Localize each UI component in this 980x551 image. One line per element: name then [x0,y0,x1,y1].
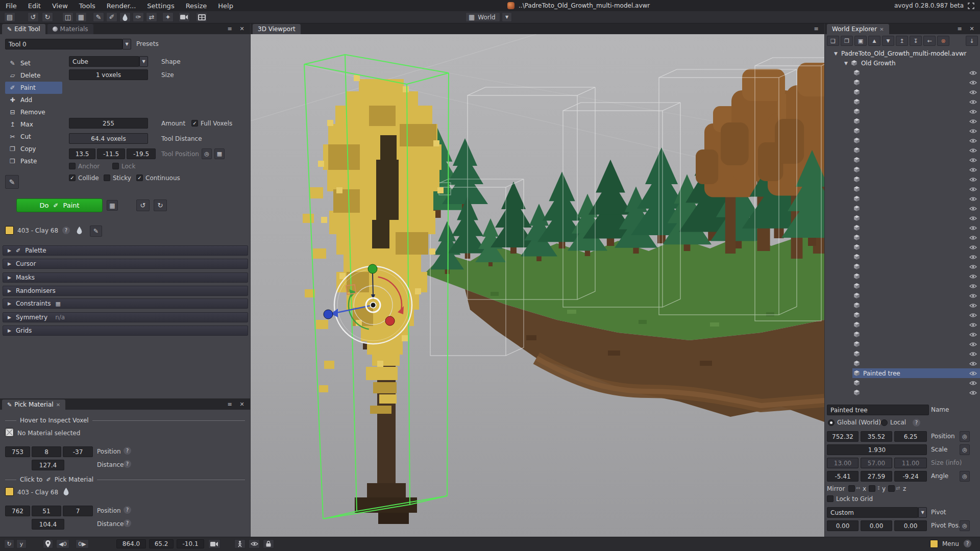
save-button[interactable]: ▤ [4,12,15,22]
explorer-group-row[interactable]: ▼ Old Growth [825,58,980,68]
explorer-item[interactable] [825,213,980,223]
mirror-z-checkbox[interactable] [888,485,895,492]
help-icon[interactable]: ? [964,540,971,547]
explorer-item[interactable] [825,116,980,126]
camera-button[interactable] [179,12,190,22]
split-view-button[interactable]: ◫ [62,12,74,22]
help-icon[interactable]: ? [124,506,131,514]
tab-world-explorer[interactable]: World Explorer ✕ [827,24,889,34]
explorer-item[interactable] [825,378,980,388]
picked-material-swatch[interactable] [5,487,14,496]
swap-tool-button[interactable]: ⇄ [146,12,157,22]
explorer-item[interactable] [825,204,980,213]
explorer-unparent-button[interactable]: ← [923,36,936,46]
grid-view-button[interactable]: ▦ [76,12,87,22]
explorer-item[interactable] [825,233,980,242]
axis-toggle-button[interactable]: y [16,539,27,548]
object-name-input[interactable]: Painted tree [827,405,929,415]
explorer-item[interactable] [825,78,980,87]
explorer-item[interactable] [825,320,980,330]
explorer-move-bottom-button[interactable]: ↧ [910,36,922,46]
visibility-eye-icon[interactable] [969,90,977,95]
walk-mode-button[interactable] [234,539,246,548]
position-y-field[interactable]: 35.52 [861,431,892,442]
explorer-move-up-button[interactable]: ▲ [868,36,880,46]
panel-close-icon[interactable]: ✕ [238,400,246,408]
visibility-eye-icon[interactable] [969,245,977,250]
visibility-eye-icon[interactable] [969,293,977,298]
section-grids[interactable]: ▶ Grids [3,325,248,336]
scale-keyframe-button[interactable]: ◎ [960,444,970,455]
explorer-item[interactable] [825,359,980,368]
panel-menu-icon[interactable]: ≡ [226,24,234,33]
explorer-item[interactable] [825,242,980,252]
visibility-eye-icon[interactable] [969,381,977,386]
droplet-icon[interactable] [77,227,82,234]
world-selector[interactable]: ▦ World [465,12,500,22]
visibility-eye-icon[interactable] [969,80,977,85]
visibility-eye-icon[interactable] [969,167,977,172]
explorer-item[interactable] [825,388,980,397]
lock-checkbox[interactable] [112,163,119,169]
continuous-checkbox[interactable]: ✓ [136,174,143,181]
pivot-dropdown-button[interactable]: ▼ [918,507,927,518]
palette-grid-button[interactable]: ▦ [107,200,118,211]
position-keyframe-button[interactable]: ◎ [960,431,970,442]
pivot-y-field[interactable]: 0.00 [861,520,892,531]
lock-to-grid-checkbox[interactable] [827,495,834,502]
tab-edit-tool[interactable]: ✎ Edit Tool [2,24,45,34]
undo-button[interactable]: ↺ [28,12,39,22]
gizmo-x-handle[interactable] [324,310,333,319]
visibility-eye-icon[interactable] [969,255,977,260]
current-material-swatch[interactable] [5,226,14,235]
location-pin-button[interactable] [43,539,53,548]
visibility-eye-icon[interactable] [969,99,977,105]
tool-max[interactable]: ↥Max [5,118,62,131]
tool-add[interactable]: ✚Add [5,94,62,106]
visibility-eye-icon[interactable] [969,138,977,143]
angle-y-field[interactable]: 27.59 [861,471,892,482]
space-local-radio[interactable] [881,419,888,426]
tool-cut[interactable]: ✂Cut [5,131,62,143]
tool-copy[interactable]: ❐Copy [5,143,62,155]
camera-z-field[interactable]: -10.1 [177,539,204,548]
film-button[interactable] [196,12,207,22]
section-randomisers[interactable]: ▶ Randomisers [3,286,248,296]
statusbar-menu-label[interactable]: Menu [942,540,959,547]
visibility-eye-icon[interactable] [969,158,977,163]
panel-menu-icon[interactable]: ≡ [812,24,820,33]
angle-x-field[interactable]: -5.41 [827,471,859,482]
explorer-item[interactable] [825,262,980,271]
explorer-add-button[interactable]: ❑ [827,36,839,46]
explorer-item[interactable] [825,136,980,145]
do-paint-button[interactable]: Do ✐ Paint [16,198,103,212]
shape-dropdown-button[interactable]: ▼ [139,56,148,67]
menu-view[interactable]: View [46,2,74,10]
section-cursor[interactable]: ▶ Cursor [3,259,248,269]
explorer-item[interactable] [825,87,980,97]
anchor-checkbox[interactable] [69,163,76,169]
visibility-eye-icon[interactable] [969,284,977,289]
visibility-eye-icon[interactable] [969,235,977,240]
marker-tool-button[interactable]: ✑ [133,12,144,22]
camera-next-button[interactable]: 0▶ [76,539,89,548]
visibility-eye-icon[interactable] [969,371,977,376]
explorer-item[interactable]: Painted tree [825,368,980,378]
explorer-item[interactable] [825,165,980,174]
statusbar-material-swatch[interactable] [930,540,938,548]
visibility-eye-icon[interactable] [969,313,977,318]
tab-pick-material[interactable]: ✎ Pick Material ✕ [2,399,65,410]
help-icon[interactable]: ? [124,460,131,468]
camera-x-field[interactable]: 864.0 [116,539,146,548]
pivot-z-field[interactable]: 0.00 [894,520,927,531]
pick-tool-button[interactable]: ✎ [5,175,19,189]
scale-field[interactable]: 1.930 [827,444,927,455]
explorer-item[interactable] [825,174,980,184]
edit-material-button[interactable]: ✎ [90,226,102,237]
visibility-eye-icon[interactable] [969,226,977,231]
panel-close-icon[interactable]: ✕ [968,24,976,33]
explorer-item[interactable] [825,330,980,339]
explorer-item[interactable] [825,107,980,116]
world-dropdown-button[interactable]: ▼ [502,12,512,22]
visibility-eye-icon[interactable] [969,342,977,347]
